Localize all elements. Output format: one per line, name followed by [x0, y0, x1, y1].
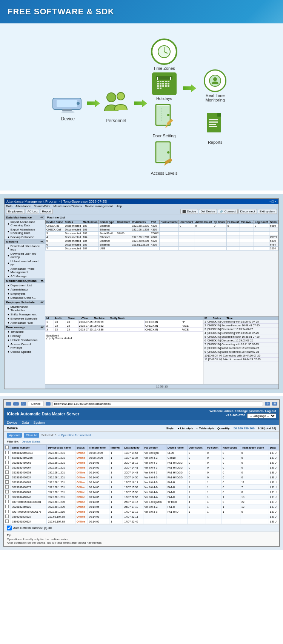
sidebar-emp-schedule[interactable]: ● Employee Schedule — [5, 317, 45, 321]
row-checkbox[interactable] — [5, 451, 9, 454]
exec-event: ExecEvent (1)Http Server started — [45, 334, 203, 340]
tab-employees[interactable]: Employees — [6, 209, 25, 214]
row-checkbox[interactable] — [5, 515, 9, 518]
menu-searchprint[interactable]: Search/Print — [34, 204, 50, 208]
btn-device[interactable]: ⬛ Device — [180, 209, 198, 214]
th-port: Port — [150, 220, 160, 224]
tab-aclog[interactable]: AC Log — [26, 209, 40, 214]
log-col-verify: Verify Mode — [110, 317, 125, 320]
right-item-9: 9 [CHECK IN] failed in connect 16:44:10 … — [203, 350, 278, 354]
sidebar-upload-options[interactable]: ● Upload Options — [5, 350, 45, 354]
th-alias: Device alias name — [47, 445, 75, 450]
btn-clear-all[interactable]: Clear All — [24, 433, 40, 438]
submenu-device[interactable]: Device — [7, 421, 17, 424]
browser-back[interactable]: ← — [6, 402, 11, 406]
sidebar-upload-user[interactable]: ● Upload user info and FP — [5, 259, 45, 267]
sidebar-backup[interactable]: ● Backup Database — [5, 235, 45, 239]
row-checkbox[interactable] — [5, 475, 9, 479]
timezone-icon — [151, 38, 177, 65]
sw-time: 16:53:13 — [156, 385, 168, 388]
row-checkbox[interactable] — [5, 485, 9, 489]
browser-tab[interactable]: Device — [28, 401, 44, 406]
reports-item: Reports — [204, 112, 226, 144]
row-checkbox[interactable] — [5, 500, 9, 503]
menu-help[interactable]: Help — [115, 204, 122, 208]
reports-icon — [204, 112, 226, 139]
table-row: 3929182460172192.168.1.201Offline00:14:0… — [4, 485, 279, 490]
btn-connect[interactable]: 🔗 Connect — [218, 209, 237, 214]
row-checkbox[interactable] — [5, 495, 9, 498]
th-check — [4, 445, 11, 450]
menu-device[interactable]: Device management — [85, 204, 112, 208]
row-checkbox[interactable] — [5, 505, 9, 508]
row-checkbox[interactable] — [5, 470, 9, 474]
browser-refresh[interactable]: ↻ — [21, 402, 26, 406]
svg-rect-32 — [160, 88, 161, 89]
row-checkbox[interactable] — [5, 461, 9, 464]
browser-settings[interactable]: ⚙ — [265, 402, 270, 406]
btn-append[interactable]: Append — [7, 433, 22, 438]
right-item-1: 1 [CHECK IN] Connecting with 16:08:40 07… — [203, 320, 278, 324]
table-row: OGT7040057041300081192.168.1.205Offline0… — [4, 500, 279, 504]
sidebar-access-control[interactable]: ● Access Control Privilege — [5, 342, 45, 350]
sidebar-download-user[interactable]: ● Download user info and Fp — [5, 252, 45, 259]
browser-url-input[interactable] — [52, 401, 263, 406]
submenu-data[interactable]: Data — [22, 421, 29, 424]
row-checkbox[interactable] — [5, 510, 9, 513]
header-checkbox[interactable] — [5, 446, 9, 449]
browser-forward[interactable]: → — [13, 402, 19, 406]
sidebar-download-log[interactable]: ● Download attendance logs — [5, 244, 45, 252]
sidebar-employees[interactable]: ● Employees — [5, 292, 45, 296]
sidebar-shifts[interactable]: ● Shifts Management — [5, 312, 45, 317]
sidebar-export[interactable]: ● Export Attendance Checking Data — [5, 227, 45, 235]
submenu-system[interactable]: System — [34, 421, 45, 424]
menu-maintenance[interactable]: Maintenance/Options — [53, 204, 82, 208]
auto-refresh-label[interactable]: Auto Refresh Interval: (s) 30 — [7, 526, 276, 530]
sidebar-timezone[interactable]: ● Timezone — [5, 330, 45, 334]
menu-attendance[interactable]: Attendance — [15, 204, 31, 208]
btn-exit[interactable]: Exit system — [258, 209, 277, 214]
sidebar-unlock[interactable]: ● Unlock Combination — [5, 338, 45, 342]
sidebar-ac[interactable]: ● AC Manage — [5, 274, 45, 278]
sidebar-photo[interactable]: ● Attendance Photo Management — [5, 267, 45, 274]
sidebar-dept[interactable]: ● Department List — [5, 283, 45, 287]
sidebar-admin[interactable]: ● Administrator — [5, 287, 45, 292]
device-table: Serial number Device alias name Status T… — [4, 444, 279, 524]
door-setting-icon — [152, 103, 177, 132]
log-table-body: 1 23 23 2018-07-25 16:09:39 CHECK IN FP … — [46, 320, 203, 332]
web-toolbar: Append Clear All Selected: 0 ○ Operation… — [4, 432, 279, 439]
row-checkbox[interactable] — [5, 466, 9, 469]
log-row: 2 23 23 2018-07-25 16:42:32 CHECK IN FAC… — [46, 324, 203, 328]
menu-data[interactable]: Data — [6, 204, 12, 208]
sidebar-holiday[interactable]: ● Holiday — [5, 334, 45, 338]
auto-refresh-checkbox[interactable] — [7, 526, 12, 530]
table-row: 66691825600304192.168.1.201Offline00:00:… — [4, 450, 279, 455]
machine-table: Device Name Status MachineNo. Comm type … — [45, 220, 278, 251]
row-checkbox[interactable] — [5, 480, 9, 484]
tip-text: Operations, Usually only for the on-line… — [7, 538, 276, 544]
sidebar-database[interactable]: ● Database Option... — [5, 296, 45, 300]
row-checkbox[interactable] — [5, 456, 9, 459]
table-style-option[interactable]: ○ Table style — [196, 427, 214, 430]
personnel-item: Personnel — [100, 91, 132, 123]
th-fw: Fw version — [143, 445, 166, 450]
browser-new-tab[interactable]: + — [46, 402, 50, 406]
row-checkbox[interactable] — [5, 520, 9, 523]
tab-report[interactable]: Report — [40, 209, 53, 214]
sidebar-timetables[interactable]: ● Maintenance Timetables — [5, 305, 45, 312]
realtime-icon — [204, 69, 226, 92]
list-style-option[interactable]: ● List style — [177, 427, 193, 430]
th-ip: IP Address — [131, 220, 150, 224]
arrow-3-icon — [183, 83, 196, 94]
language-select[interactable]: -- Language -- — [247, 413, 276, 418]
sw-controls[interactable]: - □ × — [269, 200, 277, 203]
btn-del-device[interactable]: Del Device — [199, 209, 217, 214]
row-checkbox[interactable] — [5, 490, 9, 493]
btn-disconnect[interactable]: Disconnect — [238, 209, 257, 214]
sidebar-attendance-rule[interactable]: ● Attendance Rule — [5, 321, 45, 325]
filter-value[interactable]: Device Status — [22, 440, 40, 443]
quantity-options[interactable]: 50 100 150 200 — [234, 427, 255, 430]
sidebar-import[interactable]: ● Import Attendance Checking Data — [5, 220, 45, 227]
table-row: 3 Disconnected 103 Serial Port/... 38400… — [46, 232, 278, 235]
browser-menu[interactable]: ☰ — [272, 402, 277, 406]
